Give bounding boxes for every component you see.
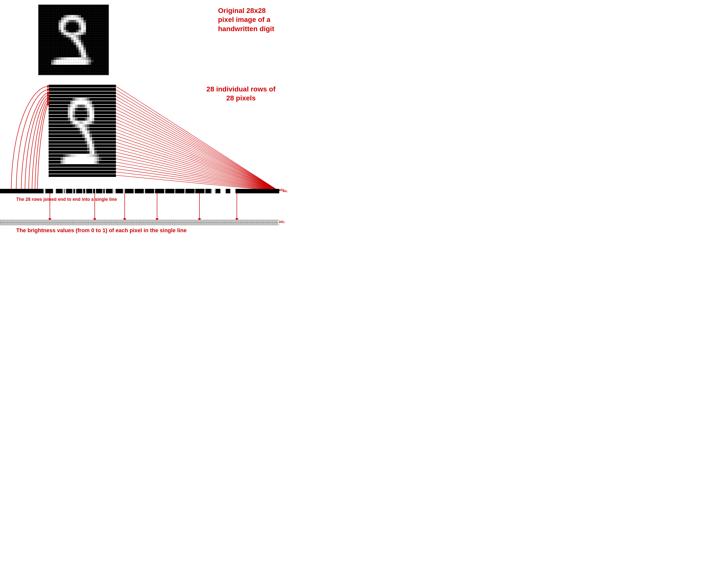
pixel-cell — [51, 98, 54, 101]
pixel-cell — [101, 101, 104, 104]
pixel-row-14 — [48, 131, 116, 134]
pixel-cell — [101, 91, 104, 94]
pixel-cell — [73, 124, 75, 127]
pixel-cell — [56, 128, 58, 130]
brightness-strip: 0.000.000.000.000.000.000.000.000.000.00… — [0, 220, 279, 225]
pixel-cell — [48, 108, 51, 111]
pixel-cell — [58, 164, 61, 167]
pixel-cell — [104, 134, 106, 137]
pixel-cell — [97, 151, 99, 154]
pixel-cell — [75, 147, 78, 150]
pixel-cell — [114, 108, 116, 111]
pixel-cell — [68, 111, 70, 114]
pixel-cell — [99, 147, 101, 150]
pixel-cell — [48, 141, 51, 144]
pixel-cell — [63, 167, 65, 170]
pixel-cell — [109, 161, 111, 164]
pixel-cell — [94, 154, 97, 157]
pixel-cell — [68, 134, 70, 137]
pixel-cell — [101, 131, 104, 134]
pixel-cell — [104, 154, 106, 157]
pixel-cell — [75, 111, 78, 114]
pixel-cell — [65, 167, 68, 170]
pixel-cell — [99, 105, 101, 107]
pixel-cell — [48, 167, 51, 170]
svg-line-1 — [116, 90, 279, 191]
pixel-cell — [61, 114, 63, 117]
pixel-cell — [56, 158, 58, 160]
pixel-cell — [94, 111, 97, 114]
pixel-cell — [70, 121, 73, 124]
pixel-cell — [70, 174, 73, 177]
pixel-cell — [65, 118, 68, 121]
pixel-cell — [82, 85, 85, 87]
pixel-cell — [104, 85, 106, 87]
pixel-cell — [114, 128, 116, 130]
pixel-cell — [80, 158, 82, 160]
pixel-cell — [61, 141, 63, 144]
pixel-cell — [56, 174, 58, 177]
pixel-cell — [63, 95, 65, 98]
pixel-cell — [73, 128, 75, 130]
pixel-cell — [68, 158, 70, 160]
pixel-cell — [75, 108, 78, 111]
pixel-cell — [82, 154, 85, 157]
pixel-cell — [80, 151, 82, 154]
pixel-cell — [109, 101, 111, 104]
pixel-cell — [99, 88, 101, 91]
pixel-cell — [109, 154, 111, 157]
pixel-cell — [56, 134, 58, 137]
pixel-cell — [53, 111, 56, 114]
pixel-cell — [51, 101, 54, 104]
pixel-cell — [70, 128, 73, 130]
pixel-cell — [70, 88, 73, 91]
pixel-cell — [85, 144, 87, 147]
pixel-cell — [53, 108, 56, 111]
pixel-cell — [68, 88, 70, 91]
single-line-label-text: The 28 rows joined end to end into a sin… — [16, 197, 117, 202]
pixel-cell — [87, 128, 89, 130]
pixel-cell — [68, 154, 70, 157]
pixel-cell — [89, 131, 92, 134]
pixel-cell — [58, 108, 61, 111]
pixel-cell — [85, 141, 87, 144]
pixel-cell — [109, 95, 111, 98]
pixel-cell — [75, 95, 78, 98]
pixel-cell — [53, 121, 56, 124]
pixel-cell — [48, 134, 51, 137]
pixel-cell — [73, 105, 75, 107]
pixel-cell — [92, 138, 95, 141]
pixel-cell — [114, 114, 116, 117]
pixel-cell — [101, 111, 104, 114]
pixel-cell — [80, 108, 82, 111]
pixel-cell — [61, 118, 63, 121]
pixel-cell — [73, 164, 75, 167]
pixel-cell — [78, 138, 80, 141]
pixel-cell — [56, 154, 58, 157]
pixel-cell — [75, 151, 78, 154]
pixel-cell — [101, 167, 104, 170]
pixel-row-10 — [48, 118, 116, 121]
pixel-cell — [114, 158, 116, 160]
pixel-cell — [87, 147, 89, 150]
pixel-cell — [111, 161, 114, 164]
pixel-cell — [68, 98, 70, 101]
pixel-cell — [85, 95, 87, 98]
pixel-cell — [101, 128, 104, 130]
pixel-cell — [87, 111, 89, 114]
pixel-cell — [56, 101, 58, 104]
etc-label-brightness: etc. — [279, 220, 285, 224]
pixel-cell — [85, 147, 87, 150]
svg-line-23 — [116, 162, 279, 191]
pixel-cell — [111, 111, 114, 114]
pixel-cell — [92, 98, 95, 101]
pixel-cell — [109, 128, 111, 130]
pixel-cell — [94, 167, 97, 170]
pixel-cell — [114, 118, 116, 121]
pixel-cell — [109, 121, 111, 124]
pixel-cell — [89, 151, 92, 154]
pixel-cell — [48, 124, 51, 127]
svg-line-14 — [116, 132, 279, 191]
pixel-cell — [104, 118, 106, 121]
pixel-cell — [63, 171, 65, 173]
